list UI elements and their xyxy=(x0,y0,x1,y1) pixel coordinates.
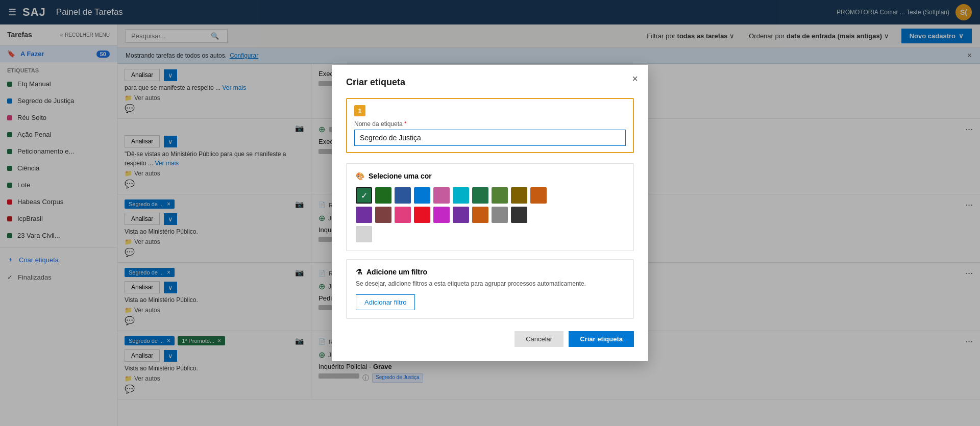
color-section-title: 🎨 Selecione uma cor xyxy=(356,172,624,180)
color-swatch-red[interactable] xyxy=(414,207,430,223)
modal-close-button[interactable]: × xyxy=(632,73,638,85)
color-picker-section: 🎨 Selecione uma cor ✓ xyxy=(346,163,634,251)
color-swatch-green2[interactable] xyxy=(472,187,488,204)
color-swatch-darkorange[interactable] xyxy=(472,207,488,223)
criar-etiqueta-modal: Criar etiqueta × 1 Nome da etiqueta * 🎨 … xyxy=(332,65,648,361)
color-swatch-hotpink[interactable] xyxy=(395,207,411,223)
filter-section: ⚗ Adicione um filtro Se desejar, adicion… xyxy=(346,259,634,319)
add-filter-button[interactable]: Adicionar filtro xyxy=(356,294,415,310)
etiqueta-name-input[interactable] xyxy=(354,130,626,146)
color-swatch-orange[interactable] xyxy=(530,187,547,204)
palette-icon: 🎨 xyxy=(356,172,364,180)
step-number-1: 1 xyxy=(354,105,365,116)
color-swatch-gray[interactable] xyxy=(492,207,508,223)
color-swatch-gold[interactable] xyxy=(511,187,527,204)
filter-icon: ⚗ xyxy=(356,268,362,276)
color-row-3 xyxy=(356,226,624,242)
color-swatch-purple[interactable] xyxy=(356,207,372,223)
color-swatch-darkgreen[interactable] xyxy=(375,187,391,204)
color-swatch-pink[interactable] xyxy=(433,187,450,204)
color-swatch-violet[interactable] xyxy=(453,207,469,223)
criar-etiqueta-button[interactable]: Criar etiqueta xyxy=(569,331,634,347)
color-swatch-olive[interactable] xyxy=(492,187,508,204)
color-swatch-lightgray[interactable] xyxy=(356,226,372,242)
modal-overlay: Criar etiqueta × 1 Nome da etiqueta * 🎨 … xyxy=(0,0,980,426)
color-swatch-magenta[interactable] xyxy=(433,207,450,223)
color-row-1: ✓ xyxy=(356,187,624,204)
color-swatch-blue[interactable] xyxy=(414,187,430,204)
step-1-wrapper: 1 Nome da etiqueta * xyxy=(346,98,634,153)
color-swatch-brown[interactable] xyxy=(375,207,391,223)
modal-footer: Cancelar Criar etiqueta xyxy=(346,331,634,347)
color-swatch-teal[interactable]: ✓ xyxy=(356,187,372,204)
color-row-2 xyxy=(356,207,624,223)
color-grid: ✓ xyxy=(356,187,624,242)
cancel-button[interactable]: Cancelar xyxy=(514,331,564,347)
color-swatch-darkgray[interactable] xyxy=(511,207,527,223)
filter-desc: Se desejar, adicione filtros a esta etiq… xyxy=(356,280,624,287)
filter-section-title: ⚗ Adicione um filtro xyxy=(356,268,624,276)
color-swatch-cyan[interactable] xyxy=(453,187,469,204)
input-label: Nome da etiqueta * xyxy=(354,120,626,128)
modal-title: Criar etiqueta xyxy=(346,77,634,88)
color-swatch-navy[interactable] xyxy=(395,187,411,204)
